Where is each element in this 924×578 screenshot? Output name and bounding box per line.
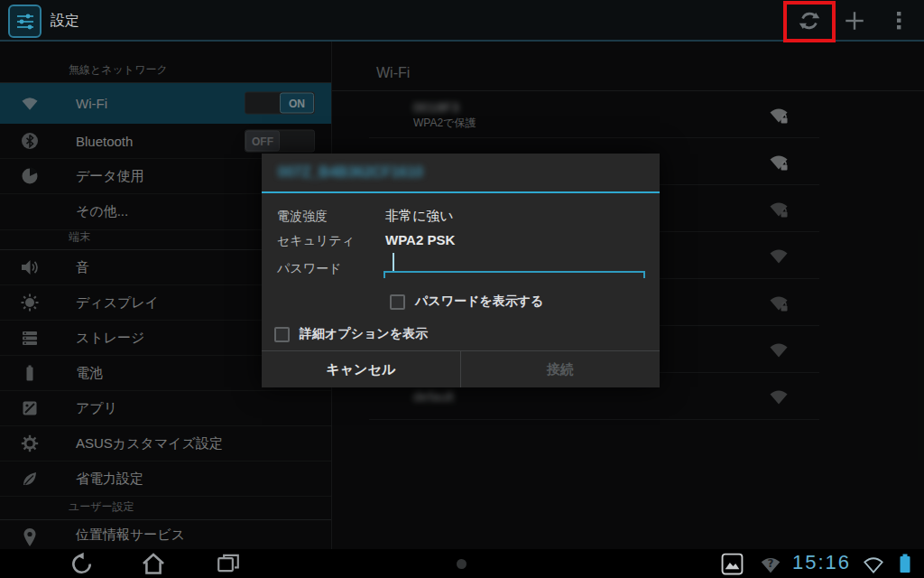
wifi-question-status-icon: ? <box>759 555 782 574</box>
connect-button-disabled[interactable]: 接続 <box>461 351 661 387</box>
screenshot-notification-icon[interactable] <box>721 553 744 575</box>
wifi-connect-dialog: 007Z_B4B362CF1610 電波強度 非常に強い セキュリティ WPA2… <box>262 154 660 387</box>
back-icon <box>69 552 93 575</box>
menu-dot-indicator <box>457 559 467 569</box>
signal-strength-value: 非常に強い <box>385 208 454 225</box>
plus-icon <box>843 9 866 33</box>
password-field-wrap <box>383 251 645 278</box>
status-clock[interactable]: 15:16 <box>792 551 851 574</box>
advanced-options-checkbox[interactable]: 詳細オプションを表示 <box>274 326 428 342</box>
password-input[interactable] <box>383 251 645 273</box>
system-nav-bar: ? 15:16 <box>0 549 924 578</box>
show-password-checkbox[interactable]: パスワードを表示する <box>390 294 543 310</box>
settings-screen: 設定 <box>0 0 924 578</box>
add-network-button[interactable] <box>841 7 868 34</box>
back-button[interactable] <box>66 552 97 575</box>
password-label: パスワード <box>277 261 341 277</box>
dialog-title-divider <box>262 191 660 193</box>
recent-apps-icon <box>216 552 241 575</box>
sliders-icon <box>14 10 37 33</box>
settings-app-icon <box>8 5 42 38</box>
wifi-empty-status-icon <box>862 555 885 574</box>
text-cursor <box>393 253 394 271</box>
svg-text:?: ? <box>768 557 774 570</box>
dialog-title-ssid-blurred: 007Z_B4B362CF1610 <box>262 154 660 191</box>
overflow-menu-icon <box>889 9 909 33</box>
home-icon <box>141 552 166 575</box>
dialog-button-bar: キャンセル 接続 <box>262 350 660 387</box>
signal-strength-label: 電波強度 <box>277 209 328 225</box>
security-value: WPA2 PSK <box>385 232 455 247</box>
security-label: セキュリティ <box>277 233 355 249</box>
checkbox-icon <box>274 327 290 342</box>
overflow-menu-button[interactable] <box>885 7 912 34</box>
battery-status-icon <box>898 553 912 574</box>
cancel-button[interactable]: キャンセル <box>262 351 461 387</box>
recent-apps-button[interactable] <box>213 552 244 575</box>
annotation-highlight-box <box>783 1 836 42</box>
checkbox-icon <box>390 294 405 310</box>
home-button[interactable] <box>138 552 169 575</box>
page-title: 設定 <box>51 12 79 31</box>
